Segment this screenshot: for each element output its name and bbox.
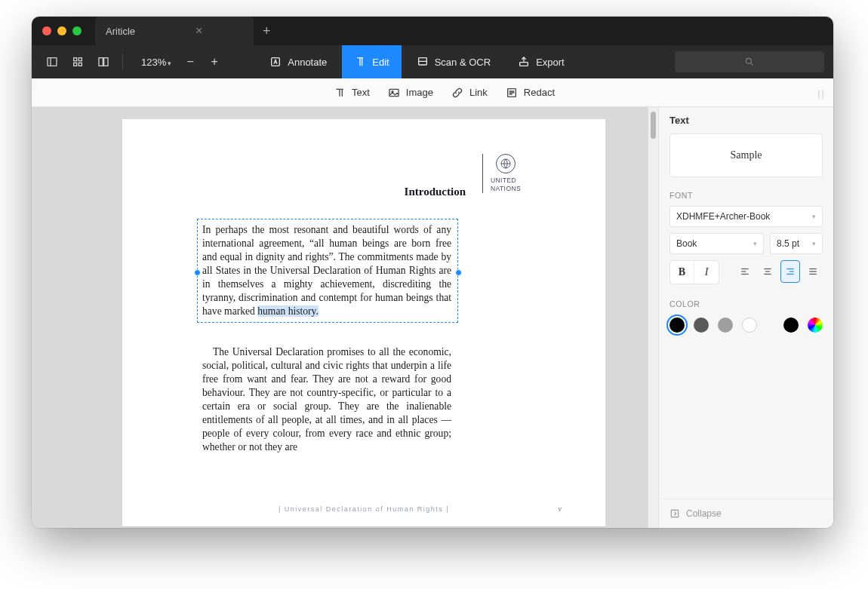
toolbar-separator	[122, 54, 123, 70]
titlebar: Ariticle × +	[32, 17, 833, 45]
align-center-button[interactable]	[758, 260, 777, 283]
swatch-fill-black[interactable]	[783, 318, 799, 333]
panel-drag-handle-icon[interactable]: ||	[817, 87, 826, 98]
document-canvas[interactable]: UNITED NATIONS Introduction In perhaps t…	[32, 107, 648, 528]
paragraph-1-text: In perhaps the most resonant and beautif…	[202, 224, 451, 317]
page-number: v	[559, 505, 562, 513]
svg-rect-4	[74, 63, 77, 66]
close-window-button[interactable]	[42, 26, 51, 35]
swatch-white[interactable]	[742, 318, 757, 333]
swatch-dark-gray[interactable]	[694, 318, 709, 333]
scroll-thumb[interactable]	[651, 112, 656, 139]
svg-rect-6	[99, 58, 103, 66]
align-left-button[interactable]	[735, 260, 755, 283]
edit-link-tool[interactable]: Link	[451, 87, 488, 99]
sidebar-toggle-icon[interactable]	[41, 51, 63, 73]
chevron-down-icon: ▾	[753, 240, 757, 247]
svg-rect-3	[78, 58, 82, 61]
collapse-label: Collapse	[686, 508, 722, 519]
vertical-scrollbar[interactable]	[648, 107, 658, 528]
page-view-icon[interactable]	[92, 51, 115, 73]
close-tab-icon[interactable]: ×	[195, 25, 202, 37]
style-button-group: B I	[669, 260, 719, 284]
color-swatch-row	[669, 318, 823, 333]
svg-rect-35	[671, 510, 678, 517]
search-input[interactable]	[675, 51, 824, 72]
swatch-gray[interactable]	[718, 318, 733, 333]
new-tab-button[interactable]: +	[263, 24, 271, 38]
selection-handle-left[interactable]	[194, 269, 201, 276]
page-heading: Introduction	[405, 186, 466, 198]
un-line2: NATIONS	[491, 185, 521, 193]
zoom-out-button[interactable]: −	[179, 51, 202, 73]
un-line1: UNITED	[491, 176, 521, 185]
app-body: UNITED NATIONS Introduction In perhaps t…	[32, 107, 833, 528]
footer-text: | Universal Declaration of Human Rights …	[279, 505, 449, 513]
font-sample-preview: Sample	[669, 133, 823, 177]
edit-image-label: Image	[406, 87, 433, 98]
font-weight-select[interactable]: Book ▾	[669, 233, 764, 254]
un-logo-block: UNITED NATIONS	[482, 154, 521, 193]
edit-sub-toolbar: Text Image Link Redact ||	[32, 78, 833, 107]
page-footer: | Universal Declaration of Human Rights …	[122, 505, 605, 513]
redact-tool-icon	[506, 87, 518, 99]
svg-rect-0	[48, 58, 57, 66]
export-mode-button[interactable]: Export	[506, 45, 577, 78]
fullscreen-window-button[interactable]	[72, 26, 82, 35]
color-picker-button[interactable]	[808, 318, 823, 333]
annotate-label: Annotate	[288, 57, 327, 68]
minimize-window-button[interactable]	[57, 26, 66, 35]
zoom-dropdown[interactable]: 123%▾	[135, 57, 177, 68]
svg-rect-12	[520, 63, 528, 66]
chevron-down-icon: ▾	[168, 60, 171, 67]
italic-button[interactable]: I	[694, 261, 719, 284]
bold-button[interactable]: B	[670, 261, 694, 284]
un-globe-icon	[496, 154, 516, 173]
scan-ocr-mode-button[interactable]: Scan & OCR	[405, 45, 503, 78]
edit-text-tool[interactable]: Text	[334, 87, 370, 99]
edit-mode-button[interactable]: Edit	[342, 45, 401, 78]
traffic-lights	[32, 26, 82, 35]
thumbnails-icon[interactable]	[66, 51, 89, 73]
font-size-select[interactable]: 8.5 pt ▾	[770, 233, 823, 254]
align-left-icon	[740, 266, 750, 277]
edit-link-label: Link	[469, 87, 488, 98]
zoom-value: 123%	[141, 57, 166, 68]
annotate-mode-button[interactable]: Annotate	[257, 45, 339, 78]
highlighted-text: human history.	[257, 305, 319, 317]
export-label: Export	[536, 57, 565, 68]
chevron-down-icon: ▾	[812, 240, 816, 247]
align-button-group	[735, 260, 823, 284]
align-center-icon	[762, 266, 773, 277]
align-right-button[interactable]	[780, 260, 800, 283]
align-right-icon	[785, 266, 796, 277]
svg-rect-2	[74, 58, 77, 61]
color-section-label: COLOR	[659, 295, 833, 310]
svg-rect-5	[78, 63, 82, 66]
collapse-sidebar-button[interactable]: Collapse	[659, 499, 833, 528]
edit-redact-label: Redact	[524, 87, 555, 98]
edit-text-label: Text	[352, 87, 370, 98]
svg-rect-7	[104, 58, 108, 66]
app-window: Ariticle × + 123%▾ − + Annotate	[32, 17, 833, 528]
link-tool-icon	[451, 87, 463, 99]
scan-ocr-label: Scan & OCR	[435, 57, 491, 68]
document-page: UNITED NATIONS Introduction In perhaps t…	[122, 119, 605, 526]
paragraph-2[interactable]: The Universal Declaration promises to al…	[202, 345, 451, 454]
font-family-select[interactable]: XDHMFE+Archer-Book ▾	[669, 206, 823, 227]
align-justify-icon	[808, 266, 818, 277]
align-justify-button[interactable]	[803, 260, 823, 283]
font-weight-value: Book	[676, 238, 697, 249]
svg-line-14	[751, 63, 753, 66]
chevron-down-icon: ▾	[812, 213, 816, 220]
swatch-black-selected[interactable]	[669, 318, 685, 333]
main-toolbar: 123%▾ − + Annotate Edit Scan & OCR Expor…	[32, 45, 833, 78]
edit-image-tool[interactable]: Image	[388, 87, 433, 99]
paragraph-1[interactable]: In perhaps the most resonant and beautif…	[202, 223, 451, 318]
search-icon	[744, 57, 755, 67]
font-family-value: XDHMFE+Archer-Book	[676, 211, 770, 222]
edit-redact-tool[interactable]: Redact	[506, 87, 555, 99]
zoom-in-button[interactable]: +	[203, 51, 226, 73]
selection-handle-right[interactable]	[455, 269, 462, 276]
document-tab[interactable]: Ariticle ×	[95, 17, 254, 45]
